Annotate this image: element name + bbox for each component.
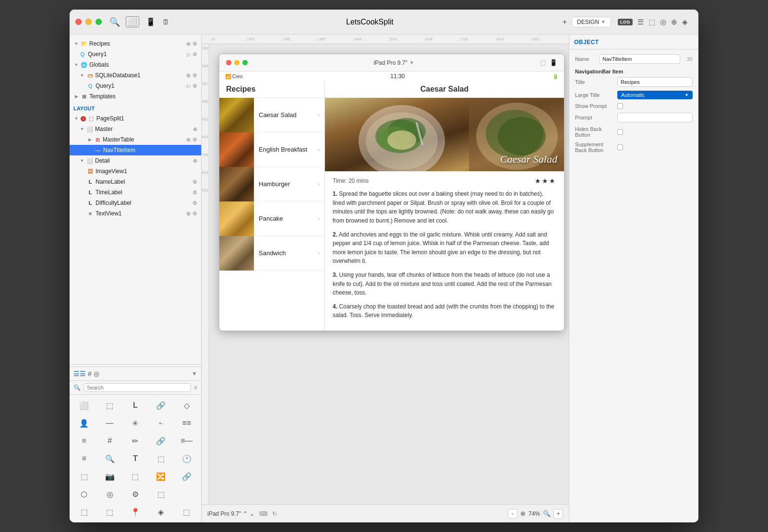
log-badge[interactable]: LOG [618,19,633,25]
tree-item-query1-nested[interactable]: Q Query1 ▷ ⚙ [70,81,201,91]
add-icon[interactable]: ⊕ [186,137,191,143]
hides-back-checkbox[interactable] [617,129,623,135]
rotate-icon[interactable]: ↻ [272,510,277,517]
comp-pin[interactable]: 📍 [123,503,148,520]
comp-diamond2[interactable]: ◈ [148,503,173,520]
chevron-down-icon[interactable]: ▼ [409,60,414,65]
gear-icon[interactable]: ⚙ [192,211,197,217]
tree-item-namelabel[interactable]: L NameLabel ⚙ [70,177,201,187]
list-icon[interactable]: ☰ [637,18,644,26]
select-icon[interactable]: ⬚ [648,18,655,26]
comp-camera[interactable]: 📷 [97,468,122,485]
add-icon[interactable]: ⊕ [186,41,191,47]
comp-divider[interactable]: ≡— [174,432,199,449]
ipad-maximize[interactable] [242,60,248,65]
device-selector[interactable]: iPad Pro 9.7" ⌃ ⌄ [207,510,254,517]
comp-clock[interactable]: 🕐 [174,450,199,467]
gear-icon[interactable]: ⚙ [192,41,197,47]
comp-person[interactable]: 👤 [72,414,96,432]
comp-shuffle[interactable]: 🔀 [148,468,173,485]
prompt-input[interactable] [617,113,693,122]
list-item-caesar[interactable]: Caesar Salad › [219,98,324,132]
calendar-icon[interactable]: 🗓 [162,18,169,26]
gear-icon[interactable]: ⚙ [192,200,197,206]
gear-icon[interactable]: ⚙ [192,72,197,79]
name-input[interactable] [599,54,680,64]
comp-label[interactable]: L [123,397,148,414]
tree-item-query1[interactable]: Q Query1 ▷ ⚙ [70,49,201,59]
comp-hex[interactable]: ⬡ [72,485,96,503]
gear-icon[interactable]: ⚙ [192,137,197,143]
comp-stack[interactable]: ⬚ [123,468,148,485]
shield-icon[interactable]: ◈ [682,18,688,26]
comp-search-c[interactable]: 🔍 [97,450,122,467]
zoom-in-button[interactable]: + [553,509,563,519]
comp-split[interactable]: ⬚ [148,485,173,503]
play-icon[interactable]: ▷ [187,83,191,89]
list-icon[interactable]: ≡ [194,384,197,391]
comp-view[interactable]: ⬜ [72,397,96,414]
comp-asterisk[interactable]: ✳ [123,414,148,432]
title-input[interactable] [617,77,693,87]
large-title-select[interactable]: Automatic ▼ [617,91,693,99]
comp-link[interactable]: 🔗 [148,397,173,414]
tree-item-timelabel[interactable]: L TimeLabel ⚙ [70,187,201,198]
add-icon[interactable]: ⊕ [186,211,191,217]
comp-grid-icon[interactable]: ≡ [72,432,96,449]
comp-line[interactable]: — [97,414,122,432]
list-item-pancake[interactable]: Pancake › [219,201,324,236]
tree-item-recipes[interactable]: ▼ 📁 Recipes ⊕ ⚙ [70,38,201,49]
tree-item-master[interactable]: ▼ ⬜ Master ⊕ [70,124,201,134]
search-icon[interactable]: 🔍 [109,17,120,27]
comp-lines[interactable]: ≡≡ [174,414,199,432]
grid-view-tab[interactable]: # [88,370,92,378]
tree-item-pagesplit[interactable]: ▼ ! ⬚ PageSplit1 [70,113,201,124]
tree-item-globals[interactable]: ▼ 🌐 Globals [70,59,201,70]
list-item-hamburger[interactable]: Hamburger › [219,167,324,201]
list-item-sandwich[interactable]: Sandwich › [219,236,324,271]
tree-item-detail[interactable]: ▼ ⬜ Detail ⊕ [70,155,201,166]
design-button[interactable]: DESIGN ▼ [572,17,611,27]
object-tab[interactable]: OBJECT [574,39,599,46]
comp-list[interactable]: ≡ [72,450,96,467]
comp-box[interactable]: ⬚ [148,450,173,467]
device-icon[interactable]: 📱 [146,17,156,26]
link-icon[interactable]: ⊕ [671,18,677,26]
comp-cyl3[interactable]: ⬚ [174,503,199,520]
keyboard-icon[interactable]: ⌨ [259,510,267,517]
list-item-english-breakfast[interactable]: English Breakfast › [219,132,324,167]
target-icon[interactable]: ◎ [660,18,666,26]
gear-icon[interactable]: ⚙ [192,83,197,89]
frame-icon[interactable]: ⬜ [126,16,139,27]
supplement-back-checkbox[interactable] [617,144,623,150]
minimize-button[interactable] [85,19,92,25]
comp-hash[interactable]: # [97,432,122,449]
add-icon[interactable]: ⊕ [186,72,191,79]
comp-text[interactable]: T [123,450,148,467]
comp-diamond[interactable]: ◇ [174,397,199,414]
ipad-minimize[interactable] [234,60,240,65]
add-icon[interactable]: ⊕ [193,158,197,164]
comp-dashed[interactable]: ⬚ [97,397,122,414]
gear-icon[interactable]: ⚙ [192,189,197,196]
search-zoom-icon[interactable]: 🔍 [543,510,551,517]
comp-chain[interactable]: 🔗 [148,432,173,449]
comp-circle[interactable]: ◎ [97,485,122,503]
fit-icon[interactable]: ⊕ [520,510,526,517]
add-icon[interactable]: ⊕ [193,126,197,132]
list-view-tab[interactable]: ☰☰ [73,370,86,378]
plus-icon[interactable]: + [563,18,567,26]
tree-item-sqlitedb[interactable]: ▼ 🗃 SQLiteDatabase1 ⊕ ⚙ [70,70,201,81]
tree-item-templates[interactable]: ▶ ⊞ Templates [70,91,201,102]
gear-icon[interactable]: ⚙ [192,51,197,58]
maximize-button[interactable] [96,19,102,25]
show-prompt-checkbox[interactable] [617,103,623,109]
tree-item-difficultylabel[interactable]: L DifficultyLabel ⚙ [70,198,201,208]
phone-icon[interactable]: 📱 [550,59,557,66]
comp-connect[interactable]: 🔗 [174,468,199,485]
play-icon[interactable]: ▷ [187,51,191,58]
ipad-close[interactable] [226,60,231,65]
comp-rect[interactable]: ⬚ [72,468,96,485]
close-button[interactable] [75,19,82,25]
tree-item-textview[interactable]: ≡ TextView1 ⊕ ⚙ [70,208,201,219]
